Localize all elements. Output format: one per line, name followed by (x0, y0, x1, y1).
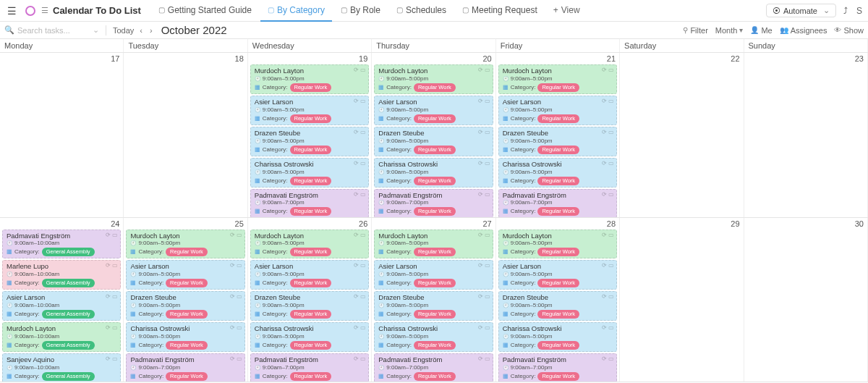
calendar-cell[interactable]: 18 (124, 53, 247, 217)
event-card[interactable]: ⟳▭Charissa Ostrowski🕘9:00am–5:00pm▦Categ… (250, 158, 369, 188)
event-card[interactable]: ⟳▭Charissa Ostrowski🕘9:00am–5:00pm▦Categ… (126, 322, 244, 352)
event-card[interactable]: ⟳▭Murdoch Layton🕘9:00am–5:00pm▦Category:… (498, 64, 617, 94)
day-header: Tuesday (124, 39, 247, 52)
me-button[interactable]: 👤 Me (750, 26, 772, 35)
calendar-cell[interactable]: 20⟳▭Murdoch Layton🕘9:00am–5:00pm▦Categor… (372, 53, 495, 217)
event-card[interactable]: ⟳▭Murdoch Layton🕘9:00am–5:00pm▦Category:… (374, 64, 493, 94)
event-card[interactable]: ⟳▭Drazen Steube🕘9:00am–5:00pm▦Category:R… (126, 291, 244, 321)
today-button[interactable]: Today (113, 26, 134, 35)
event-card[interactable]: ⟳▭Drazen Steube🕘9:00am–5:00pm▦Category:R… (498, 291, 617, 321)
event-category-row: ▦Category:Regular Work (255, 146, 365, 154)
tab-label: Getting Started Guide (168, 5, 252, 15)
event-card[interactable]: ⟳▭Padmavati Engström🕘9:00am–7:00pm▦Categ… (498, 189, 617, 217)
event-card[interactable]: ⟳▭Padmavati Engström🕘9:00am–7:00pm▦Categ… (498, 353, 617, 382)
event-name: Padmavati Engström (7, 232, 117, 240)
tab-getting-started-guide[interactable]: ▢Getting Started Guide (151, 0, 259, 22)
calendar-cell[interactable]: 30 (744, 218, 868, 382)
search-wrap: 🔍 ⌄ (4, 25, 99, 35)
event-card[interactable]: ⟳▭Charissa Ostrowski🕘9:00am–5:00pm▦Categ… (498, 158, 617, 188)
event-card[interactable]: ⟳▭Asier Larson🕘9:00am–5:00pm▦Category:Re… (374, 96, 493, 125)
calendar-cell[interactable]: 26⟳▭Murdoch Layton🕘9:00am–5:00pm▦Categor… (248, 218, 372, 382)
event-card[interactable]: ⟳▭Charissa Ostrowski🕘9:00am–5:00pm▦Categ… (374, 158, 493, 188)
event-card[interactable]: ⟳▭Murdoch Layton🕘9:00am–5:00pm▦Category:… (250, 64, 369, 94)
filter-button[interactable]: ⚲ Filter (683, 26, 707, 35)
event-card[interactable]: ⟳▭Padmavati Engström🕘9:00am–7:00pm▦Categ… (250, 353, 369, 382)
clock-icon: 🕘 (378, 334, 385, 339)
recur-icon: ⟳ (354, 191, 359, 198)
category-label: Category: (511, 177, 536, 185)
brand-icon[interactable] (25, 6, 35, 16)
chevron-down-icon[interactable]: ⌄ (93, 25, 99, 35)
tab-by-role[interactable]: ▢By Role (333, 0, 388, 22)
event-category-row: ▦Category:Regular Work (255, 279, 365, 287)
share-icon[interactable]: ⤴ (842, 4, 849, 17)
calendar-cell[interactable]: 24⟳▭Padmavati Engström🕘9:00am–10:00am▦Ca… (0, 218, 124, 382)
event-card[interactable]: ⟳▭Asier Larson🕘9:00am–5:00pm▦Category:Re… (126, 260, 244, 290)
event-card[interactable]: ⟳▭Padmavati Engström🕘9:00am–7:00pm▦Categ… (126, 353, 244, 382)
recur-icon: ⟳ (354, 293, 359, 300)
event-card[interactable]: ⟳▭Drazen Steube🕘9:00am–5:00pm▦Category:R… (374, 291, 493, 321)
event-card[interactable]: ⟳▭Drazen Steube🕘9:00am–5:00pm▦Category:R… (250, 291, 369, 321)
add-view-button[interactable]: + View (546, 0, 587, 22)
prev-month-button[interactable]: ‹ (138, 26, 144, 35)
category-icon: ▦ (378, 279, 384, 287)
calendar-cell[interactable]: 28⟳▭Murdoch Layton🕘9:00am–5:00pm▦Categor… (496, 218, 620, 382)
card-icon: ▭ (112, 232, 118, 239)
event-card[interactable]: ⟳▭Marlene Lupo🕘9:00am–10:00am▦Category:G… (2, 260, 121, 290)
event-card[interactable]: ⟳▭Murdoch Layton🕘9:00am–5:00pm▦Category:… (374, 230, 493, 259)
view-mode-button[interactable]: Month ▾ (715, 26, 744, 35)
calendar-cell[interactable]: 17 (0, 53, 124, 217)
category-badge: Regular Work (414, 207, 456, 216)
event-card[interactable]: ⟳▭Padmavati Engström🕘9:00am–7:00pm▦Categ… (250, 189, 369, 217)
event-card[interactable]: ⟳▭Drazen Steube🕘9:00am–5:00pm▦Category:R… (498, 127, 617, 156)
calendar-cell[interactable]: 29 (620, 218, 744, 382)
event-card[interactable]: ⟳▭Asier Larson🕘9:00am–5:00pm▦Category:Re… (250, 96, 369, 125)
category-icon: ▦ (130, 248, 136, 256)
tab-meeting-request[interactable]: ▢Meeting Request (455, 0, 545, 22)
menu-icon[interactable]: ☰ (4, 2, 20, 20)
calendar-cell[interactable]: 25⟳▭Murdoch Layton🕘9:00am–5:00pm▦Categor… (124, 218, 247, 382)
event-card[interactable]: ⟳▭Murdoch Layton🕘9:00am–5:00pm▦Category:… (126, 230, 244, 259)
recur-icon: ⟳ (354, 355, 359, 363)
event-category-row: ▦Category:Regular Work (255, 310, 365, 319)
event-card[interactable]: ⟳▭Drazen Steube🕘9:00am–5:00pm▦Category:R… (374, 127, 493, 156)
event-card[interactable]: ⟳▭Murdoch Layton🕘9:00am–5:00pm▦Category:… (250, 230, 369, 259)
event-card[interactable]: ⟳▭Asier Larson🕘9:00am–10:00am▦Category:G… (2, 291, 121, 321)
recur-icon: ⟳ (602, 355, 607, 363)
event-card[interactable]: ⟳▭Asier Larson🕘9:00am–5:00pm▦Category:Re… (250, 260, 369, 290)
event-card[interactable]: ⟳▭Padmavati Engström🕘9:00am–10:00am▦Cate… (2, 230, 121, 259)
event-card[interactable]: ⟳▭Asier Larson🕘9:00am–5:00pm▦Category:Re… (498, 260, 617, 290)
calendar-cell[interactable]: 27⟳▭Murdoch Layton🕘9:00am–5:00pm▦Categor… (372, 218, 495, 382)
event-card[interactable]: ⟳▭Drazen Steube🕘9:00am–5:00pm▦Category:R… (250, 127, 369, 156)
search-input[interactable] (17, 26, 90, 35)
show-button[interactable]: 👁 Show (834, 26, 864, 35)
filter-icon: ⚲ (683, 26, 688, 34)
event-card[interactable]: ⟳▭Asier Larson🕘9:00am–5:00pm▦Category:Re… (374, 260, 493, 290)
event-card[interactable]: ⟳▭Murdoch Layton🕘9:00am–10:00am▦Category… (2, 322, 121, 352)
event-card[interactable]: ⟳▭Sanjeev Aquino🕘9:00am–10:00am▦Category… (2, 353, 121, 382)
event-card[interactable]: ⟳▭Murdoch Layton🕘9:00am–5:00pm▦Category:… (498, 230, 617, 259)
event-name: Murdoch Layton (378, 232, 489, 240)
calendar-cell[interactable]: 19⟳▭Murdoch Layton🕘9:00am–5:00pm▦Categor… (248, 53, 372, 217)
event-card[interactable]: ⟳▭Charissa Ostrowski🕘9:00am–5:00pm▦Categ… (250, 322, 369, 352)
assignees-button[interactable]: 👥 Assignees (780, 26, 827, 35)
calendar-cell[interactable]: 22 (620, 53, 744, 217)
calendar-cell[interactable]: 21⟳▭Murdoch Layton🕘9:00am–5:00pm▦Categor… (496, 53, 620, 217)
event-card[interactable]: ⟳▭Padmavati Engström🕘9:00am–7:00pm▦Categ… (374, 189, 493, 217)
card-icon: ▭ (237, 324, 242, 332)
card-icon: ▭ (237, 262, 242, 269)
tab-schedules[interactable]: ▢Schedules (389, 0, 454, 22)
recur-icon: ⟳ (478, 160, 483, 167)
next-month-button[interactable]: › (148, 26, 154, 35)
topbar: ☰ ☰ Calendar To Do List ▢Getting Started… (0, 0, 868, 22)
event-card[interactable]: ⟳▭Charissa Ostrowski🕘9:00am–5:00pm▦Categ… (374, 322, 493, 352)
event-card[interactable]: ⟳▭Charissa Ostrowski🕘9:00am–5:00pm▦Categ… (498, 322, 617, 352)
event-card[interactable]: ⟳▭Asier Larson🕘9:00am–5:00pm▦Category:Re… (498, 96, 617, 125)
recur-icon: ⟳ (602, 232, 607, 239)
event-card[interactable]: ⟳▭Padmavati Engström🕘9:00am–7:00pm▦Categ… (374, 353, 493, 382)
date-number: 19 (250, 54, 369, 63)
automate-button[interactable]: ⦿ Automate ⌄ (766, 4, 836, 17)
event-category-row: ▦Category:Regular Work (255, 177, 365, 185)
tab-by-category[interactable]: ▢By Category (260, 0, 332, 22)
calendar-cell[interactable]: 23 (744, 53, 868, 217)
